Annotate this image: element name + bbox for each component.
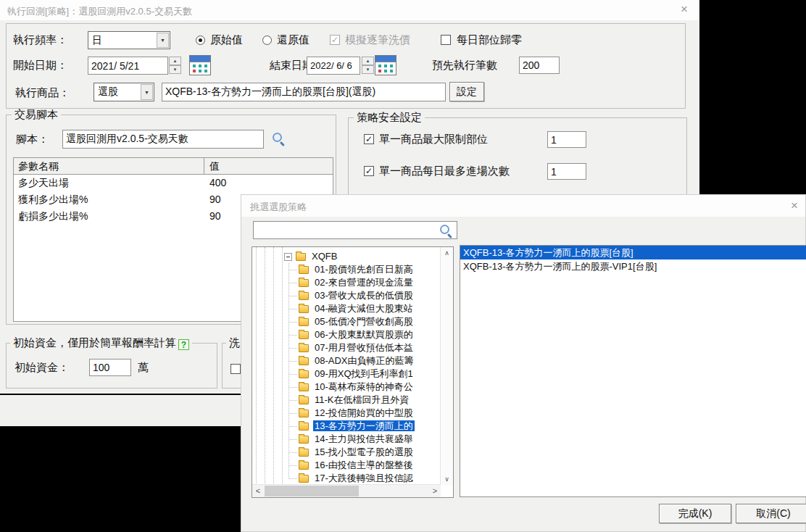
tree-item-label[interactable]: 09-用XQ找到毛利率創1 xyxy=(313,368,415,379)
product-input[interactable] xyxy=(162,83,446,101)
scroll-down-icon[interactable]: ∨ xyxy=(441,473,453,485)
max-position-label[interactable]: 單一商品最大限制部位 xyxy=(379,133,488,146)
start-date-spinner[interactable]: ▲ ▼ xyxy=(169,57,181,75)
end-date-spinner[interactable]: ▲ ▼ xyxy=(362,57,374,75)
spinner-up-icon[interactable]: ▲ xyxy=(362,57,374,65)
picker-close-icon[interactable]: × xyxy=(791,199,798,212)
main-titlebar: 執行回測[策略]：選股回測用v2.0.5-交易天數 × xyxy=(0,0,699,20)
tree-item-label[interactable]: 10-葛林布萊特的神奇公 xyxy=(313,381,415,392)
tree-item-label[interactable]: 06-大股東默默買股票的 xyxy=(313,329,415,340)
end-date-input[interactable] xyxy=(307,57,360,75)
tree-item-label[interactable]: 01-股價領先創百日新高 xyxy=(313,264,415,275)
tree-item[interactable]: 12-投信開始買的中型股 xyxy=(252,407,441,420)
tree-item[interactable]: 03-營收大成長的低價股 xyxy=(252,289,441,302)
daily-reset-checkbox[interactable] xyxy=(441,35,451,45)
tree-item-label[interactable]: 04-融資大減但大股東站 xyxy=(313,303,415,314)
script-search-icon[interactable] xyxy=(271,131,286,146)
original-value-label[interactable]: 原始值 xyxy=(210,33,243,46)
start-date-input[interactable] xyxy=(88,57,168,75)
tree-item-label[interactable]: 15-找小型電子股的選股 xyxy=(313,446,415,457)
scrollbar-thumb[interactable] xyxy=(265,486,359,496)
capital-label: 初始資金： xyxy=(14,361,69,374)
max-position-checkbox[interactable] xyxy=(364,134,374,144)
tree-item-label[interactable]: 07-用月營收預估低本益 xyxy=(313,342,415,353)
restored-value-radio[interactable] xyxy=(262,36,272,45)
scroll-up-icon[interactable]: ∧ xyxy=(441,247,453,259)
scroll-left-icon[interactable]: < xyxy=(252,485,264,497)
collapse-icon[interactable] xyxy=(284,253,292,261)
tree-item-label[interactable]: 08-ADX由負轉正的藍籌 xyxy=(313,355,415,366)
folder-icon xyxy=(299,436,309,444)
tree-item[interactable]: 17-大跌後轉強且投信認 xyxy=(252,472,441,485)
tree-item[interactable]: 14-主力與投信共襄盛舉 xyxy=(252,433,441,446)
tree-item[interactable]: 10-葛林布萊特的神奇公 xyxy=(252,381,441,394)
main-close-icon[interactable]: × xyxy=(681,3,688,15)
folder-icon xyxy=(299,410,309,417)
original-value-radio[interactable] xyxy=(196,36,205,45)
clipped-checkbox[interactable] xyxy=(230,364,241,374)
picker-title: 挑選選股策略 xyxy=(250,201,307,214)
cancel-button[interactable]: 取消(C) xyxy=(736,504,806,523)
preload-count-input[interactable] xyxy=(519,57,560,74)
tree-item-label[interactable]: 05-低價冷門營收創高股 xyxy=(313,316,415,327)
restored-value-label[interactable]: 還原值 xyxy=(277,33,309,46)
tree-item-label[interactable]: 17-大跌後轉強且投信認 xyxy=(313,473,415,483)
strategy-search-input[interactable] xyxy=(253,221,457,239)
tree-item[interactable]: 05-低價冷門營收創高股 xyxy=(252,315,441,328)
start-date-label: 開始日期： xyxy=(13,59,67,72)
script-input[interactable] xyxy=(62,130,264,149)
spinner-up-icon[interactable]: ▲ xyxy=(169,57,181,65)
product-type-combobox[interactable]: 選股 ▼ xyxy=(94,83,154,101)
scroll-right-icon[interactable]: > xyxy=(429,485,441,497)
tree-root-item[interactable]: XQFB xyxy=(252,250,441,263)
help-icon[interactable]: ? xyxy=(178,339,189,350)
end-date-calendar-icon[interactable] xyxy=(375,55,396,75)
tree-horizontal-scrollbar[interactable]: < > xyxy=(252,484,441,497)
tree-item-label[interactable]: 11-K在低檔回升且外資 xyxy=(313,394,411,405)
list-item[interactable]: XQFB-13-各方勢力一湧而上的股票[台股] xyxy=(460,246,806,259)
tree-item-label[interactable]: 13-各方勢力一湧而上的 xyxy=(313,420,415,431)
table-row[interactable]: 多少天出場 400 xyxy=(14,175,333,191)
tree-item-label[interactable]: 14-主力與投信共襄盛舉 xyxy=(313,433,415,444)
tree-item[interactable]: 06-大股東默默買股票的 xyxy=(252,328,441,341)
settings-button[interactable]: 設定 xyxy=(449,82,484,101)
strategy-tree: XQFB 01-股價領先創百日新高 02-來自營運的現金流量 03-營收大成長的… xyxy=(252,246,454,498)
chevron-down-icon[interactable]: ▼ xyxy=(141,84,153,100)
max-daily-entries-label[interactable]: 單一商品每日最多進場次數 xyxy=(379,165,510,178)
list-item[interactable]: XQFB-13-各方勢力一湧而上的股票-VIP1[台股] xyxy=(460,259,806,273)
spinner-down-icon[interactable]: ▼ xyxy=(169,65,181,74)
max-daily-entries-input[interactable] xyxy=(547,163,586,180)
tree-item[interactable]: 16-由投信主導的盤整後 xyxy=(252,459,441,472)
tree-item-label[interactable]: 12-投信開始買的中型股 xyxy=(313,407,415,418)
chevron-down-icon[interactable]: ▼ xyxy=(157,33,169,48)
tree-item[interactable]: 07-用月營收預估低本益 xyxy=(252,341,441,354)
max-position-input[interactable] xyxy=(547,131,586,148)
tree-item[interactable]: 15-找小型電子股的選股 xyxy=(252,446,441,459)
tree-item[interactable]: 09-用XQ找到毛利率創1 xyxy=(252,367,441,381)
frequency-combobox[interactable]: 日 ▼ xyxy=(88,31,170,49)
tree-item-label[interactable]: 03-營收大成長的低價股 xyxy=(313,290,415,301)
max-daily-entries-checkbox[interactable] xyxy=(364,166,374,176)
separator-line xyxy=(0,394,244,395)
finish-button[interactable]: 完成(K) xyxy=(659,504,731,523)
param-name: 多少天出場 xyxy=(14,175,204,191)
tree-item[interactable]: 08-ADX由負轉正的藍籌 xyxy=(252,354,441,367)
spinner-down-icon[interactable]: ▼ xyxy=(362,65,374,74)
tree-item[interactable]: 11-K在低檔回升且外資 xyxy=(252,394,441,407)
tree-item-label[interactable]: 16-由投信主導的盤整後 xyxy=(313,460,415,470)
search-icon[interactable] xyxy=(439,223,453,238)
daily-reset-label[interactable]: 每日部位歸零 xyxy=(457,33,522,46)
tree-item[interactable]: 02-來自營運的現金流量 xyxy=(252,276,441,289)
tree-item[interactable]: 13-各方勢力一湧而上的 xyxy=(252,420,441,433)
tree-root-label[interactable]: XQFB xyxy=(310,251,338,262)
capital-group-title: 初始資金，僅用於簡單報酬率計算? xyxy=(10,337,192,350)
start-date-calendar-icon[interactable] xyxy=(189,55,211,75)
tree-item-label[interactable]: 02-來自營運的現金流量 xyxy=(313,277,415,288)
tree-vertical-scrollbar[interactable]: ∧ ∨ xyxy=(440,247,453,485)
folder-icon xyxy=(299,449,309,457)
frequency-label: 執行頻率： xyxy=(13,33,67,46)
folder-icon xyxy=(299,462,309,470)
capital-input[interactable] xyxy=(89,359,131,376)
tree-item[interactable]: 04-融資大減但大股東站 xyxy=(252,302,441,315)
tree-item[interactable]: 01-股價領先創百日新高 xyxy=(252,263,441,276)
